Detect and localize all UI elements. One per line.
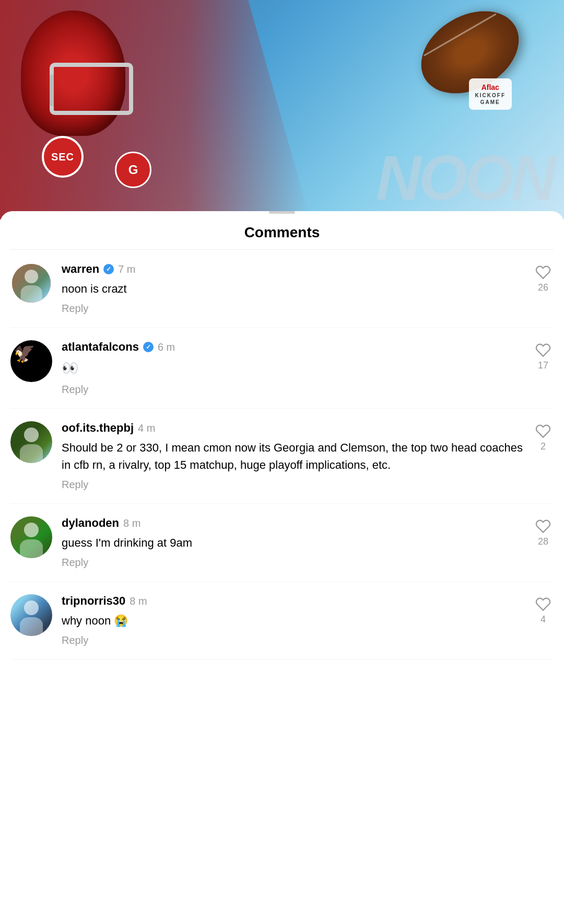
verified-badge bbox=[103, 264, 114, 274]
sec-badge: SEC bbox=[42, 136, 84, 178]
heart-icon[interactable] bbox=[535, 423, 551, 439]
helmet-shape bbox=[21, 10, 125, 136]
g-badge: G bbox=[115, 152, 151, 188]
like-count: 2 bbox=[540, 441, 546, 452]
avatar[interactable] bbox=[10, 262, 52, 304]
comment-item: 🦅 atlantafalcons 6 m 👀 Reply bbox=[10, 328, 554, 409]
comment-text: noon is crazt bbox=[62, 280, 523, 297]
comment-actions: 2 bbox=[533, 421, 554, 452]
comment-content: tripnorris30 8 m why noon 😭 Reply bbox=[62, 594, 523, 646]
heart-icon[interactable] bbox=[535, 264, 551, 280]
comment-text: Should be 2 or 330, I mean cmon now its … bbox=[62, 439, 523, 473]
comment-actions: 28 bbox=[533, 516, 554, 547]
comment-actions: 4 bbox=[533, 594, 554, 625]
comment-content: atlantafalcons 6 m 👀 Reply bbox=[62, 340, 523, 396]
comment-username[interactable]: dylanoden bbox=[62, 516, 119, 530]
comment-content: oof.its.thepbj 4 m Should be 2 or 330, I… bbox=[62, 421, 523, 491]
comments-title: Comments bbox=[10, 224, 554, 250]
comment-username[interactable]: oof.its.thepbj bbox=[62, 421, 134, 435]
hero-image: SEC G Aflac KICKOFF GAME NOON bbox=[0, 0, 564, 220]
heart-icon[interactable] bbox=[535, 596, 551, 612]
avatar[interactable] bbox=[10, 516, 52, 558]
comment-header: dylanoden 8 m bbox=[62, 516, 523, 530]
comment-header: warren 7 m bbox=[62, 262, 523, 276]
comment-header: oof.its.thepbj 4 m bbox=[62, 421, 523, 435]
comment-text: 👀 bbox=[62, 358, 523, 378]
reply-button[interactable]: Reply bbox=[62, 479, 88, 491]
reply-button[interactable]: Reply bbox=[62, 557, 88, 569]
falcons-logo: 🦅 bbox=[12, 342, 36, 363]
noon-overlay-text: NOON bbox=[376, 146, 554, 209]
reply-button[interactable]: Reply bbox=[62, 384, 88, 396]
drag-handle[interactable] bbox=[269, 211, 295, 214]
reply-button[interactable]: Reply bbox=[62, 634, 88, 646]
comment-actions: 26 bbox=[533, 262, 554, 293]
comments-list: warren 7 m noon is crazt Reply 26 🦅 bbox=[0, 250, 564, 660]
comment-actions: 17 bbox=[533, 340, 554, 371]
reply-button[interactable]: Reply bbox=[62, 303, 88, 315]
comment-content: dylanoden 8 m guess I'm drinking at 9am … bbox=[62, 516, 523, 569]
comment-text: guess I'm drinking at 9am bbox=[62, 534, 523, 551]
comments-panel: Comments warren 7 m noon is crazt Reply bbox=[0, 211, 564, 680]
like-count: 4 bbox=[540, 614, 546, 625]
comment-username[interactable]: warren bbox=[62, 262, 99, 276]
comment-time: 7 m bbox=[118, 263, 135, 275]
heart-icon[interactable] bbox=[535, 342, 551, 358]
comment-item: tripnorris30 8 m why noon 😭 Reply 4 bbox=[10, 582, 554, 660]
helmet-mask bbox=[50, 63, 133, 115]
comment-text: why noon 😭 bbox=[62, 612, 523, 629]
comment-item: warren 7 m noon is crazt Reply 26 bbox=[10, 250, 554, 328]
comment-header: atlantafalcons 6 m bbox=[62, 340, 523, 354]
comment-time: 4 m bbox=[138, 422, 155, 434]
like-count: 28 bbox=[538, 536, 548, 547]
eyes-emoji: 👀 bbox=[62, 360, 78, 376]
comment-time: 8 m bbox=[123, 517, 140, 529]
comment-time: 8 m bbox=[130, 595, 147, 607]
comment-content: warren 7 m noon is crazt Reply bbox=[62, 262, 523, 315]
heart-icon[interactable] bbox=[535, 518, 551, 534]
comment-item: oof.its.thepbj 4 m Should be 2 or 330, I… bbox=[10, 409, 554, 504]
comment-item: dylanoden 8 m guess I'm drinking at 9am … bbox=[10, 504, 554, 582]
avatar[interactable] bbox=[10, 421, 52, 463]
comment-username[interactable]: tripnorris30 bbox=[62, 594, 125, 608]
like-count: 17 bbox=[538, 360, 548, 371]
like-count: 26 bbox=[538, 282, 548, 293]
comment-header: tripnorris30 8 m bbox=[62, 594, 523, 608]
comment-username[interactable]: atlantafalcons bbox=[62, 340, 139, 354]
avatar[interactable]: 🦅 bbox=[10, 340, 52, 382]
aflac-logo: Aflac KICKOFF GAME bbox=[469, 78, 512, 110]
avatar[interactable] bbox=[10, 594, 52, 636]
comment-time: 6 m bbox=[158, 341, 175, 353]
verified-badge bbox=[143, 342, 154, 352]
